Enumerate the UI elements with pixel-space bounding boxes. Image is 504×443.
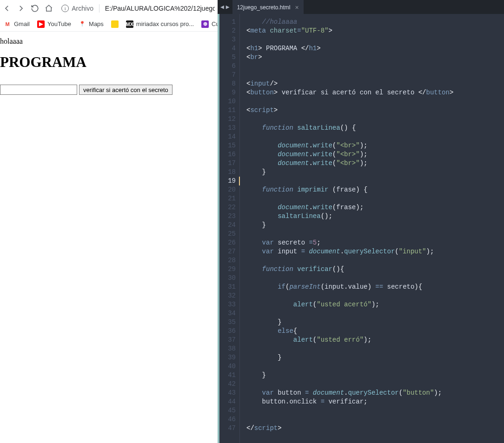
bookmark-item[interactable]: MGmail xyxy=(4,20,30,28)
file-origin-chip[interactable]: i Archivo xyxy=(61,5,93,12)
line-number: 26 xyxy=(219,238,236,247)
line-number: 2 xyxy=(219,26,236,35)
line-number: 44 xyxy=(219,397,236,406)
code-line xyxy=(246,115,504,124)
line-number: 16 xyxy=(219,150,236,159)
line-number: 31 xyxy=(219,283,236,291)
code-line: function verificar(){ xyxy=(246,265,504,274)
editor-pane: ◀ ▶ 12juego_secreto.html × 1234567891011… xyxy=(218,0,504,443)
line-number: 28 xyxy=(219,256,236,265)
browser-toolbar: i Archivo E:/Pau/ALURA/LOGICA%202/12jueg… xyxy=(0,0,218,17)
line-number: 39 xyxy=(219,353,236,362)
info-icon: i xyxy=(61,5,69,12)
bookmark-item[interactable]: 📍Maps xyxy=(79,20,104,28)
line-number: 36 xyxy=(219,327,236,336)
code-line xyxy=(246,256,504,265)
code-line: document.write("<br>"); xyxy=(246,141,504,150)
code-line: alert("usted acertó"); xyxy=(246,300,504,309)
code-line: function saltarLinea() { xyxy=(246,124,504,132)
bookmark-label: Maps xyxy=(89,20,104,27)
bookmark-icon: MX xyxy=(126,20,133,28)
line-number: 14 xyxy=(219,132,236,141)
bookmark-label: YouTube xyxy=(47,20,71,27)
line-number: 40 xyxy=(219,362,236,371)
line-number: 9 xyxy=(219,88,236,97)
page-text-input[interactable] xyxy=(0,85,77,95)
line-number: 24 xyxy=(219,221,236,230)
code-line xyxy=(246,309,504,318)
bookmark-label: miriadax cursos pro... xyxy=(136,20,194,27)
bookmark-icon: M xyxy=(4,20,11,28)
code-line: } xyxy=(246,371,504,380)
code-line: //holaaaa xyxy=(246,18,504,26)
line-number: 23 xyxy=(219,212,236,221)
line-number: 38 xyxy=(219,344,236,353)
code-line: button.onclick = verificar; xyxy=(246,397,504,406)
archivo-label: Archivo xyxy=(72,5,93,12)
code-line: document.write("<br>"); xyxy=(246,150,504,159)
back-icon[interactable] xyxy=(3,4,11,13)
line-number: 25 xyxy=(219,230,236,238)
bookmark-icon: ⊕ xyxy=(201,20,209,28)
code-line xyxy=(246,344,504,353)
bookmark-icon: ▶ xyxy=(37,20,45,28)
bookmark-item[interactable] xyxy=(111,20,119,28)
line-number: 19 xyxy=(219,177,236,185)
code-line: } xyxy=(246,353,504,362)
line-number: 1 xyxy=(219,18,236,26)
line-number: 17 xyxy=(219,159,236,168)
editor-body: 1234567891011121314151617181920212223242… xyxy=(218,14,504,443)
line-number: 46 xyxy=(219,415,236,424)
page-form-row: verificar si acertó con el secreto xyxy=(0,85,218,95)
line-number: 18 xyxy=(219,168,236,177)
verify-button[interactable]: verificar si acertó con el secreto xyxy=(79,85,172,95)
home-icon[interactable] xyxy=(45,4,53,13)
code-line: var button = document.querySelector("but… xyxy=(246,389,504,397)
code-line xyxy=(246,380,504,389)
code-line: saltarLinea(); xyxy=(246,212,504,221)
line-number: 34 xyxy=(219,309,236,318)
editor-tab[interactable]: 12juego_secreto.html × xyxy=(232,0,304,14)
line-number: 42 xyxy=(219,380,236,389)
line-number: 8 xyxy=(219,79,236,88)
code-line xyxy=(246,415,504,424)
line-number: 32 xyxy=(219,291,236,300)
bookmark-icon xyxy=(111,20,119,28)
code-line: <input/> xyxy=(246,79,504,88)
bookmark-item[interactable]: ▶YouTube xyxy=(37,20,71,28)
code-line: </script> xyxy=(246,424,504,433)
line-number-gutter: 1234567891011121314151617181920212223242… xyxy=(219,14,240,443)
code-line: <script> xyxy=(246,106,504,115)
code-area[interactable]: //holaaaa<meta charset="UTF-8"> <h1> PRO… xyxy=(240,14,504,443)
tab-next-icon[interactable]: ▶ xyxy=(226,3,230,11)
code-line xyxy=(246,274,504,283)
browser-pane: i Archivo E:/Pau/ALURA/LOGICA%202/12jueg… xyxy=(0,0,218,443)
code-line xyxy=(239,177,504,185)
tab-prev-icon[interactable]: ◀ xyxy=(220,3,224,11)
bookmark-label: Gmail xyxy=(14,20,30,27)
bookmark-item[interactable]: MXmiriadax cursos pro... xyxy=(126,20,194,28)
code-line: <button> verificar si acertó con el secr… xyxy=(246,88,504,97)
page-text-line: holaaaa xyxy=(0,37,218,46)
code-line: } xyxy=(246,168,504,177)
url-text[interactable]: E:/Pau/ALURA/LOGICA%202/12juego_se xyxy=(105,5,215,12)
reload-icon[interactable] xyxy=(31,4,39,13)
line-number: 45 xyxy=(219,406,236,415)
line-number: 33 xyxy=(219,300,236,309)
close-icon[interactable]: × xyxy=(295,4,298,11)
forward-icon[interactable] xyxy=(17,4,25,13)
code-line: } xyxy=(246,221,504,230)
code-line xyxy=(246,132,504,141)
bookmarks-bar: MGmail▶YouTube📍Maps MXmiriadax cursos pr… xyxy=(0,17,218,32)
page-heading: PROGRAMA xyxy=(0,54,218,71)
code-line: var secreto =5; xyxy=(246,238,504,247)
code-line: <meta charset="UTF-8"> xyxy=(246,26,504,35)
line-number: 35 xyxy=(219,318,236,327)
toolbar-divider xyxy=(99,4,99,13)
code-line: else{ xyxy=(246,327,504,336)
line-number: 11 xyxy=(219,106,236,115)
line-number: 30 xyxy=(219,274,236,283)
line-number: 6 xyxy=(219,62,236,71)
line-number: 43 xyxy=(219,389,236,397)
code-line xyxy=(246,406,504,415)
